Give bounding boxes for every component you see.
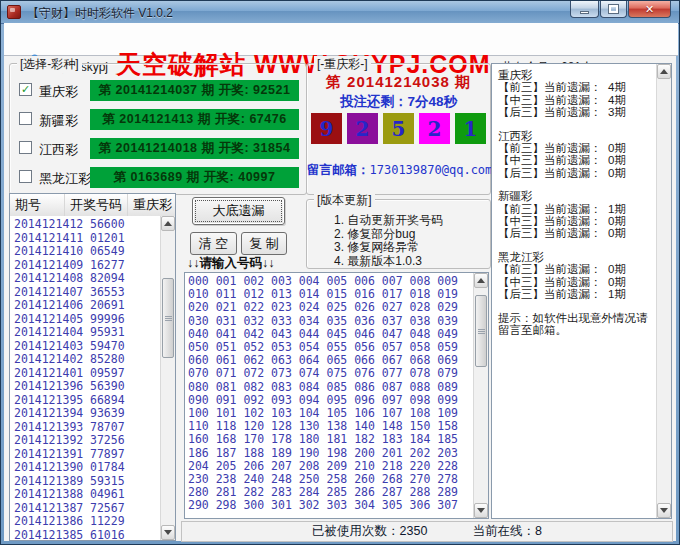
omission-group: 江西彩【前三】当前遗漏： 0期【中三】当前遗漏： 0期【后三】当前遗漏： 0期 bbox=[498, 130, 650, 180]
table-row[interactable]: 201412139001784 bbox=[10, 461, 160, 475]
lottery-row: 黑龙江彩第 0163689 期 开奖: 40997 bbox=[10, 167, 306, 189]
header-lottery[interactable]: 重庆彩 bbox=[128, 194, 175, 216]
draw-issue: 第 20141214038 期 bbox=[307, 73, 490, 92]
copy-button[interactable]: 复 制 bbox=[241, 232, 287, 255]
cell-issue: 2014121406 bbox=[10, 299, 90, 313]
header-number[interactable]: 开奖号码 bbox=[65, 194, 128, 216]
number-input-area[interactable]: 000 001 002 003 004 005 006 007 008 009 … bbox=[184, 272, 489, 519]
cell-number: 95931 bbox=[90, 326, 125, 340]
table-row[interactable]: 201412138959315 bbox=[10, 475, 160, 489]
omission-scrollbar[interactable] bbox=[656, 64, 671, 518]
table-row[interactable]: 201412140882094 bbox=[10, 272, 160, 286]
lottery-checkbox-4[interactable] bbox=[19, 170, 32, 183]
history-table: 期号 开奖号码 重庆彩 2014121412566002014121411012… bbox=[9, 193, 176, 541]
table-row[interactable]: 201412138611229 bbox=[10, 515, 160, 529]
table-row[interactable]: 201412138561016 bbox=[10, 529, 160, 541]
table-row[interactable]: 201412140736553 bbox=[10, 286, 160, 300]
cell-number: 61016 bbox=[90, 529, 125, 541]
draw-countdown: 投注还剩：7分48秒 bbox=[307, 93, 490, 111]
table-row[interactable]: 201412139656390 bbox=[10, 380, 160, 394]
draw-ball-2: 2 bbox=[347, 113, 378, 144]
table-row[interactable]: 201412138772567 bbox=[10, 502, 160, 516]
table-row[interactable]: 201412140495931 bbox=[10, 326, 160, 340]
online-count: 当前在线：8 bbox=[472, 523, 541, 540]
table-row[interactable]: 201412140285280 bbox=[10, 353, 160, 367]
cell-number: 72567 bbox=[90, 502, 125, 516]
table-row[interactable]: 201412139566894 bbox=[10, 394, 160, 408]
number-scroll-thumb[interactable] bbox=[475, 295, 487, 367]
cell-number: 36553 bbox=[90, 286, 125, 300]
cell-issue: 2014121402 bbox=[10, 353, 90, 367]
lottery-row: 江西彩第 20141214018 期 开奖: 31854 bbox=[10, 138, 306, 160]
cell-number: 37256 bbox=[90, 434, 125, 448]
omission-scroll-down-button[interactable] bbox=[657, 503, 671, 518]
table-body: 2014121412566002014121411012012014121410… bbox=[10, 216, 160, 540]
version-update-group: [版本更新] 1. 自动更新开奖号码 2. 修复部分bug 3. 修复网络异常 … bbox=[306, 199, 491, 269]
minimize-button[interactable] bbox=[570, 1, 599, 18]
app-icon bbox=[7, 5, 21, 19]
table-row[interactable]: 201412140599996 bbox=[10, 313, 160, 327]
cell-issue: 2014121393 bbox=[10, 421, 90, 435]
input-hint-label: ↓↓请输入号码↓↓ bbox=[187, 255, 275, 272]
omission-group: 重庆彩【前三】当前遗漏： 4期【中三】当前遗漏： 4期【后三】当前遗漏： 3期 bbox=[498, 69, 650, 119]
number-scroll-down-button[interactable] bbox=[474, 503, 488, 518]
table-row[interactable]: 201412139378707 bbox=[10, 421, 160, 435]
close-button[interactable]: ✕ bbox=[628, 1, 671, 18]
table-row[interactable]: 201412139177897 bbox=[10, 448, 160, 462]
omission-panel[interactable]: 重庆彩【前三】当前遗漏： 4期【中三】当前遗漏： 4期【后三】当前遗漏： 3期江… bbox=[491, 63, 672, 519]
lottery-checkbox-1[interactable]: ✓ bbox=[19, 83, 32, 96]
table-row[interactable]: 201412139493639 bbox=[10, 407, 160, 421]
lottery-result-bar: 第 2014121413 期 开奖: 67476 bbox=[90, 109, 299, 130]
number-scroll-up-button[interactable] bbox=[474, 273, 488, 288]
cell-number: 99996 bbox=[90, 313, 125, 327]
clear-button[interactable]: 清 空 bbox=[190, 232, 237, 255]
table-row[interactable]: 201412140359470 bbox=[10, 340, 160, 354]
lottery-select-legend: [选择-彩种] bbox=[17, 56, 82, 73]
lottery-checkbox-2[interactable] bbox=[19, 112, 32, 125]
email-value: 1730139870@qq.com bbox=[370, 163, 493, 177]
omission-line: 【后三】当前遗漏： 3期 bbox=[498, 106, 650, 118]
cell-number: 85280 bbox=[90, 353, 125, 367]
close-icon: ✕ bbox=[645, 4, 654, 15]
omission-line: 【前三】当前遗漏： 0期 bbox=[498, 142, 650, 154]
scroll-up-button[interactable] bbox=[161, 216, 175, 231]
omission-button[interactable]: 大底遗漏 bbox=[192, 197, 285, 225]
cell-issue: 2014121394 bbox=[10, 407, 90, 421]
table-row[interactable]: 201412139237256 bbox=[10, 434, 160, 448]
table-row[interactable]: 201412140109597 bbox=[10, 367, 160, 381]
omission-line: 【前三】当前遗漏： 1期 bbox=[498, 203, 650, 215]
omission-scroll-up-button[interactable] bbox=[657, 64, 671, 79]
number-scrollbar[interactable] bbox=[473, 273, 488, 518]
lottery-result-bar: 第 20141214018 期 开奖: 31854 bbox=[90, 138, 299, 159]
lottery-label: 黑龙江彩 bbox=[39, 170, 91, 188]
scroll-down-button[interactable] bbox=[161, 525, 175, 540]
table-row[interactable]: 201412141101201 bbox=[10, 232, 160, 246]
scroll-thumb[interactable] bbox=[162, 278, 174, 358]
table-scrollbar[interactable] bbox=[160, 216, 175, 540]
cell-issue: 2014121391 bbox=[10, 448, 90, 462]
draw-ball-3: 5 bbox=[383, 113, 414, 144]
omission-group-title: 新疆彩 bbox=[498, 190, 650, 202]
maximize-button[interactable] bbox=[600, 1, 627, 18]
cell-issue: 2014121388 bbox=[10, 488, 90, 502]
table-row[interactable]: 201412141006549 bbox=[10, 245, 160, 259]
table-row[interactable]: 201412141256600 bbox=[10, 218, 160, 232]
draw-ball-5: 1 bbox=[455, 113, 486, 144]
table-row[interactable]: 201412138804961 bbox=[10, 488, 160, 502]
table-row[interactable]: 201412140620691 bbox=[10, 299, 160, 313]
lottery-result-bar: 第 0163689 期 开奖: 40997 bbox=[90, 167, 299, 188]
status-bar: 已被使用次数：2350 当前在线：8 bbox=[181, 521, 673, 542]
cell-issue: 2014121405 bbox=[10, 313, 90, 327]
cell-issue: 2014121409 bbox=[10, 259, 90, 273]
number-scroll-down-icon bbox=[477, 508, 485, 513]
title-bar[interactable]: 【守财】时时彩软件 V1.0.2 ✕ bbox=[1, 1, 679, 24]
header-issue[interactable]: 期号 bbox=[10, 194, 65, 216]
lottery-select-group: [选择-彩种] ✓重庆彩第 20141214037 期 开奖: 92521新疆彩… bbox=[9, 63, 307, 195]
current-draw-group: [-重庆彩-] 第 20141214038 期 投注还剩：7分48秒 92521… bbox=[306, 63, 491, 195]
cell-number: 01784 bbox=[90, 461, 125, 475]
table-row[interactable]: 201412140916277 bbox=[10, 259, 160, 273]
cell-number: 01201 bbox=[90, 232, 125, 246]
cell-issue: 2014121390 bbox=[10, 461, 90, 475]
number-thumb-grip-icon bbox=[478, 329, 485, 334]
lottery-checkbox-3[interactable] bbox=[19, 141, 32, 154]
